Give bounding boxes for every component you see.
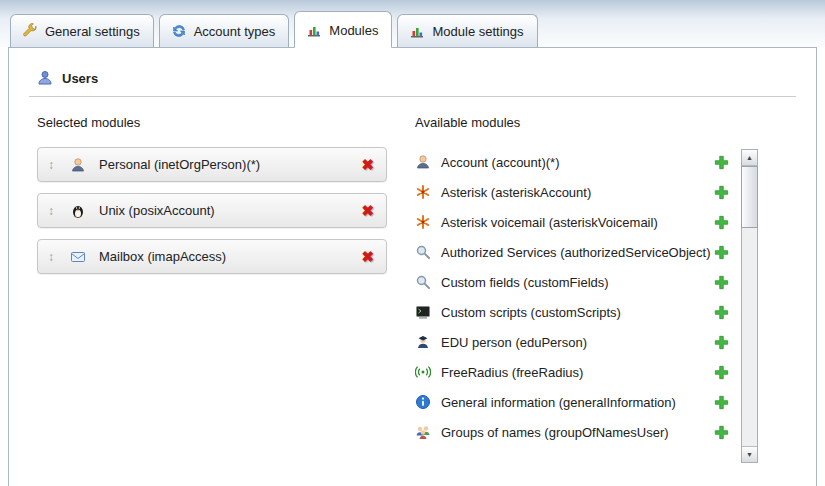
tab-label: General settings <box>45 24 140 39</box>
person-icon <box>415 154 431 170</box>
info-icon <box>415 394 431 410</box>
available-modules-list: Account (account)(*) Asterisk (asteriskA… <box>415 147 741 463</box>
available-module-label: Custom scripts (customScripts) <box>441 305 714 320</box>
bar-chart-icon <box>306 22 322 38</box>
selected-modules-heading: Selected modules <box>37 115 387 130</box>
add-module-button[interactable] <box>714 185 729 200</box>
selected-module-personal[interactable]: ↕ Personal (inetOrgPerson)(*) ✖ <box>37 147 387 182</box>
add-module-button[interactable] <box>714 365 729 380</box>
selected-module-label: Mailbox (imapAccess) <box>99 249 359 264</box>
user-icon <box>37 70 53 86</box>
selected-module-label: Personal (inetOrgPerson)(*) <box>99 157 359 172</box>
tab-modules[interactable]: Modules <box>294 11 392 48</box>
mail-envelope-icon <box>70 249 86 265</box>
available-module-asterisk: Asterisk (asteriskAccount) <box>415 177 741 207</box>
terminal-icon <box>415 304 431 320</box>
tab-bar: General settings Account types Modules M… <box>0 0 825 47</box>
add-module-button[interactable] <box>714 245 729 260</box>
magnifier-icon <box>415 274 431 290</box>
radio-signal-icon <box>415 364 431 380</box>
section-title: Users <box>62 71 98 86</box>
available-module-general-information: General information (generalInformation) <box>415 387 741 417</box>
drag-handle-icon[interactable]: ↕ <box>44 158 58 172</box>
section-header: Users <box>29 70 796 97</box>
available-modules-heading: Available modules <box>415 115 758 130</box>
tab-label: Modules <box>329 23 378 38</box>
penguin-icon <box>70 203 86 219</box>
tab-label: Module settings <box>432 24 523 39</box>
available-module-label: EDU person (eduPerson) <box>441 335 714 350</box>
available-module-label: Authorized Services (authorizedServiceOb… <box>441 245 714 260</box>
bar-chart-icon <box>409 23 425 39</box>
asterisk-icon <box>415 184 431 200</box>
available-module-custom-fields: Custom fields (customFields) <box>415 267 741 297</box>
selected-module-unix[interactable]: ↕ Unix (posixAccount) ✖ <box>37 193 387 228</box>
available-module-authorized-services: Authorized Services (authorizedServiceOb… <box>415 237 741 267</box>
add-module-button[interactable] <box>714 275 729 290</box>
tab-module-settings[interactable]: Module settings <box>397 14 537 48</box>
tab-general-settings[interactable]: General settings <box>10 14 154 48</box>
person-icon <box>70 157 86 173</box>
add-module-button[interactable] <box>714 395 729 410</box>
scrollbar-track[interactable] <box>742 166 757 446</box>
available-module-asterisk-voicemail: Asterisk voicemail (asteriskVoicemail) <box>415 207 741 237</box>
add-module-button[interactable] <box>714 305 729 320</box>
modules-panel: Users Selected modules ↕ Personal (inetO… <box>8 47 817 486</box>
available-module-label: Groups of names (groupOfNamesUser) <box>441 425 714 440</box>
scroll-up-button[interactable]: ▲ <box>742 150 757 166</box>
available-module-label: Custom fields (customFields) <box>441 275 714 290</box>
available-module-label: Account (account)(*) <box>441 155 714 170</box>
remove-module-button[interactable]: ✖ <box>359 203 376 218</box>
group-icon <box>415 424 431 440</box>
tab-label: Account types <box>194 24 276 39</box>
lam-configuration-screen: General settings Account types Modules M… <box>0 0 825 486</box>
graduate-person-icon <box>415 334 431 350</box>
available-module-freeradius: FreeRadius (freeRadius) <box>415 357 741 387</box>
add-module-button[interactable] <box>714 425 729 440</box>
available-module-groups-of-names: Groups of names (groupOfNamesUser) <box>415 417 741 447</box>
scrollbar-thumb[interactable] <box>741 166 758 228</box>
available-modules-column: Available modules Account (account)(*) A… <box>415 109 758 463</box>
scrollbar[interactable]: ▲ ▼ <box>741 149 758 463</box>
scroll-down-button[interactable]: ▼ <box>742 446 757 462</box>
available-module-label: Asterisk voicemail (asteriskVoicemail) <box>441 215 714 230</box>
selected-modules-column: Selected modules ↕ Personal (inetOrgPers… <box>37 109 387 463</box>
remove-module-button[interactable]: ✖ <box>359 249 376 264</box>
available-module-edu-person: EDU person (eduPerson) <box>415 327 741 357</box>
selected-module-label: Unix (posixAccount) <box>99 203 359 218</box>
selected-module-mailbox[interactable]: ↕ Mailbox (imapAccess) ✖ <box>37 239 387 274</box>
add-module-button[interactable] <box>714 335 729 350</box>
available-module-account: Account (account)(*) <box>415 147 741 177</box>
magnifier-icon <box>415 244 431 260</box>
available-module-label: Asterisk (asteriskAccount) <box>441 185 714 200</box>
available-module-custom-scripts: Custom scripts (customScripts) <box>415 297 741 327</box>
add-module-button[interactable] <box>714 155 729 170</box>
available-module-label: General information (generalInformation) <box>441 395 714 410</box>
drag-handle-icon[interactable]: ↕ <box>44 204 58 218</box>
drag-handle-icon[interactable]: ↕ <box>44 250 58 264</box>
add-module-button[interactable] <box>714 215 729 230</box>
available-modules-list-area: Account (account)(*) Asterisk (asteriskA… <box>415 147 758 463</box>
tab-account-types[interactable]: Account types <box>159 14 290 48</box>
refresh-arrows-icon <box>171 23 187 39</box>
wrench-icon <box>22 23 38 39</box>
remove-module-button[interactable]: ✖ <box>359 157 376 172</box>
asterisk-icon <box>415 214 431 230</box>
available-module-label: FreeRadius (freeRadius) <box>441 365 714 380</box>
module-columns: Selected modules ↕ Personal (inetOrgPers… <box>29 109 796 463</box>
